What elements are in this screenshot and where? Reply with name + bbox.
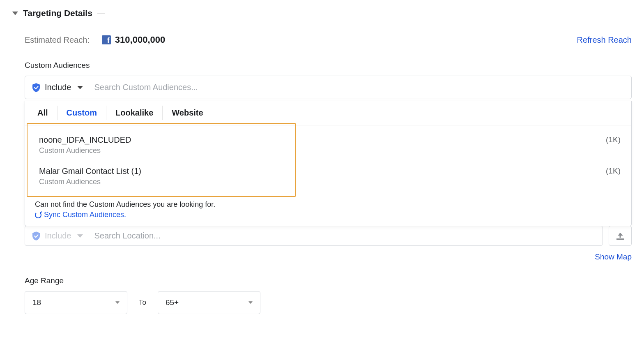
section-header[interactable]: Targeting Details bbox=[12, 8, 632, 18]
age-to-value: 65+ bbox=[166, 298, 179, 307]
upload-icon bbox=[616, 232, 624, 240]
sync-link-text: Sync Custom Audiences. bbox=[44, 211, 126, 219]
audience-type: Custom Audiences bbox=[39, 146, 131, 155]
section-divider bbox=[97, 13, 105, 14]
audience-count: (1K) bbox=[606, 167, 621, 176]
audience-item[interactable]: noone_IDFA_INCLUDED Custom Audiences (1K… bbox=[39, 131, 623, 162]
tab-custom[interactable]: Custom bbox=[58, 106, 106, 120]
tab-website[interactable]: Website bbox=[163, 106, 212, 120]
location-input-row: Include bbox=[25, 226, 603, 246]
age-from-select[interactable]: 18 bbox=[25, 291, 127, 314]
audience-dropdown: All Custom Lookalike Website noone_IDFA_… bbox=[25, 101, 632, 226]
cannot-find-text: Can not find the Custom Audiences you ar… bbox=[35, 200, 623, 209]
include-label: Include bbox=[45, 83, 71, 92]
shield-icon bbox=[32, 83, 40, 92]
tab-lookalike[interactable]: Lookalike bbox=[106, 106, 163, 120]
include-select[interactable]: Include bbox=[45, 83, 83, 92]
custom-audiences-label: Custom Audiences bbox=[25, 61, 632, 70]
age-range-label: Age Range bbox=[25, 276, 632, 285]
audience-name: noone_IDFA_INCLUDED bbox=[39, 135, 131, 145]
cannot-find-section: Can not find the Custom Audiences you ar… bbox=[25, 199, 631, 226]
refresh-icon bbox=[35, 212, 41, 218]
audience-list: noone_IDFA_INCLUDED Custom Audiences (1K… bbox=[25, 125, 631, 199]
age-from-value: 18 bbox=[32, 298, 41, 307]
audience-tabs: All Custom Lookalike Website bbox=[25, 101, 631, 125]
audience-item[interactable]: Malar Gmail Contact List (1) Custom Audi… bbox=[39, 162, 623, 194]
reach-label: Estimated Reach: bbox=[25, 35, 90, 45]
custom-audiences-input-row: Include bbox=[25, 76, 632, 99]
age-row: 18 To 65+ bbox=[25, 291, 632, 314]
show-map-link[interactable]: Show Map bbox=[595, 252, 632, 261]
sync-audiences-link[interactable]: Sync Custom Audiences. bbox=[35, 211, 623, 219]
chevron-down-icon bbox=[77, 86, 83, 89]
upload-button[interactable] bbox=[609, 226, 632, 246]
audience-type: Custom Audiences bbox=[39, 178, 141, 186]
include-label: Include bbox=[45, 231, 71, 241]
audience-count: (1K) bbox=[606, 135, 621, 144]
audience-name: Malar Gmail Contact List (1) bbox=[39, 167, 141, 176]
facebook-icon: f bbox=[102, 35, 111, 44]
chevron-down-icon bbox=[77, 234, 83, 238]
location-include-select[interactable]: Include bbox=[45, 231, 83, 241]
collapse-icon bbox=[12, 12, 18, 15]
chevron-down-icon bbox=[248, 301, 253, 304]
reach-row: Estimated Reach: f 310,000,000 Refresh R… bbox=[25, 35, 632, 45]
tab-all[interactable]: All bbox=[28, 106, 58, 120]
reach-value: 310,000,000 bbox=[115, 35, 165, 45]
refresh-reach-link[interactable]: Refresh Reach bbox=[577, 35, 632, 45]
age-to-label: To bbox=[139, 298, 146, 307]
shield-icon bbox=[32, 231, 40, 241]
location-row: Include bbox=[25, 226, 632, 246]
custom-audience-search-input[interactable] bbox=[94, 83, 624, 92]
chevron-down-icon bbox=[115, 301, 120, 304]
section-title: Targeting Details bbox=[23, 8, 92, 18]
location-search-input[interactable] bbox=[94, 231, 596, 241]
age-to-select[interactable]: 65+ bbox=[158, 291, 260, 314]
